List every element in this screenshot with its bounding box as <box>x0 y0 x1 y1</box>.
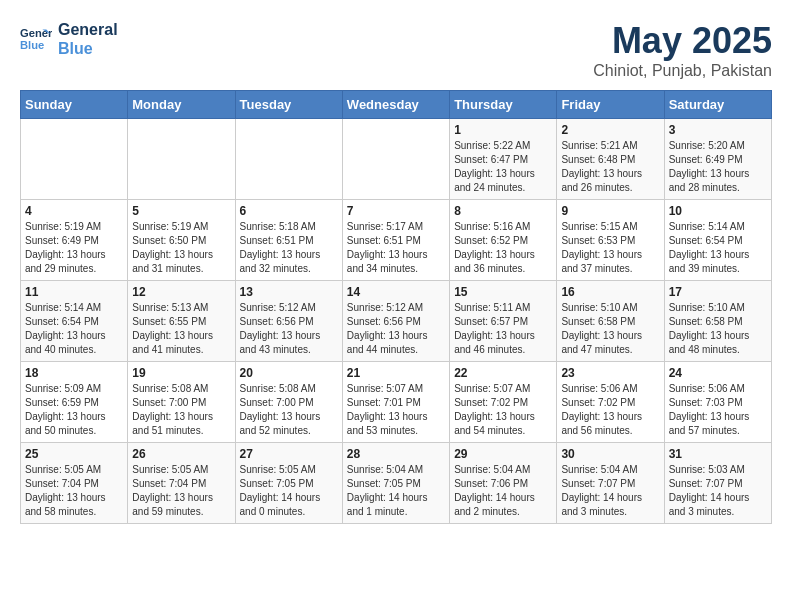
week-row-5: 25Sunrise: 5:05 AMSunset: 7:04 PMDayligh… <box>21 443 772 524</box>
title-block: May 2025 Chiniot, Punjab, Pakistan <box>593 20 772 80</box>
logo: General Blue General Blue <box>20 20 118 58</box>
day-info: Sunrise: 5:05 AMSunset: 7:04 PMDaylight:… <box>25 463 123 519</box>
week-row-1: 1Sunrise: 5:22 AMSunset: 6:47 PMDaylight… <box>21 119 772 200</box>
day-number: 22 <box>454 366 552 380</box>
day-number: 12 <box>132 285 230 299</box>
day-info: Sunrise: 5:10 AMSunset: 6:58 PMDaylight:… <box>669 301 767 357</box>
calendar-cell: 31Sunrise: 5:03 AMSunset: 7:07 PMDayligh… <box>664 443 771 524</box>
calendar-cell: 16Sunrise: 5:10 AMSunset: 6:58 PMDayligh… <box>557 281 664 362</box>
day-number: 13 <box>240 285 338 299</box>
column-header-saturday: Saturday <box>664 91 771 119</box>
logo-general: General <box>58 20 118 39</box>
day-info: Sunrise: 5:11 AMSunset: 6:57 PMDaylight:… <box>454 301 552 357</box>
day-number: 7 <box>347 204 445 218</box>
column-header-wednesday: Wednesday <box>342 91 449 119</box>
day-number: 11 <box>25 285 123 299</box>
day-number: 17 <box>669 285 767 299</box>
day-info: Sunrise: 5:09 AMSunset: 6:59 PMDaylight:… <box>25 382 123 438</box>
calendar-cell: 26Sunrise: 5:05 AMSunset: 7:04 PMDayligh… <box>128 443 235 524</box>
calendar-table: SundayMondayTuesdayWednesdayThursdayFrid… <box>20 90 772 524</box>
calendar-header-row: SundayMondayTuesdayWednesdayThursdayFrid… <box>21 91 772 119</box>
day-number: 31 <box>669 447 767 461</box>
calendar-cell: 18Sunrise: 5:09 AMSunset: 6:59 PMDayligh… <box>21 362 128 443</box>
day-info: Sunrise: 5:13 AMSunset: 6:55 PMDaylight:… <box>132 301 230 357</box>
day-number: 15 <box>454 285 552 299</box>
week-row-4: 18Sunrise: 5:09 AMSunset: 6:59 PMDayligh… <box>21 362 772 443</box>
day-number: 8 <box>454 204 552 218</box>
calendar-cell: 24Sunrise: 5:06 AMSunset: 7:03 PMDayligh… <box>664 362 771 443</box>
calendar-cell: 1Sunrise: 5:22 AMSunset: 6:47 PMDaylight… <box>450 119 557 200</box>
day-number: 24 <box>669 366 767 380</box>
svg-text:Blue: Blue <box>20 39 44 51</box>
week-row-3: 11Sunrise: 5:14 AMSunset: 6:54 PMDayligh… <box>21 281 772 362</box>
calendar-cell: 14Sunrise: 5:12 AMSunset: 6:56 PMDayligh… <box>342 281 449 362</box>
calendar-cell: 11Sunrise: 5:14 AMSunset: 6:54 PMDayligh… <box>21 281 128 362</box>
day-info: Sunrise: 5:14 AMSunset: 6:54 PMDaylight:… <box>25 301 123 357</box>
calendar-cell: 9Sunrise: 5:15 AMSunset: 6:53 PMDaylight… <box>557 200 664 281</box>
day-info: Sunrise: 5:15 AMSunset: 6:53 PMDaylight:… <box>561 220 659 276</box>
logo-blue: Blue <box>58 39 118 58</box>
day-info: Sunrise: 5:04 AMSunset: 7:05 PMDaylight:… <box>347 463 445 519</box>
day-info: Sunrise: 5:05 AMSunset: 7:04 PMDaylight:… <box>132 463 230 519</box>
day-number: 2 <box>561 123 659 137</box>
column-header-monday: Monday <box>128 91 235 119</box>
day-number: 9 <box>561 204 659 218</box>
day-number: 19 <box>132 366 230 380</box>
day-number: 14 <box>347 285 445 299</box>
day-info: Sunrise: 5:06 AMSunset: 7:02 PMDaylight:… <box>561 382 659 438</box>
day-number: 26 <box>132 447 230 461</box>
calendar-cell: 25Sunrise: 5:05 AMSunset: 7:04 PMDayligh… <box>21 443 128 524</box>
column-header-thursday: Thursday <box>450 91 557 119</box>
day-info: Sunrise: 5:10 AMSunset: 6:58 PMDaylight:… <box>561 301 659 357</box>
subtitle: Chiniot, Punjab, Pakistan <box>593 62 772 80</box>
svg-text:General: General <box>20 28 52 40</box>
calendar-cell <box>235 119 342 200</box>
day-info: Sunrise: 5:07 AMSunset: 7:01 PMDaylight:… <box>347 382 445 438</box>
day-info: Sunrise: 5:06 AMSunset: 7:03 PMDaylight:… <box>669 382 767 438</box>
calendar-cell: 3Sunrise: 5:20 AMSunset: 6:49 PMDaylight… <box>664 119 771 200</box>
calendar-cell: 20Sunrise: 5:08 AMSunset: 7:00 PMDayligh… <box>235 362 342 443</box>
calendar-cell: 23Sunrise: 5:06 AMSunset: 7:02 PMDayligh… <box>557 362 664 443</box>
day-info: Sunrise: 5:16 AMSunset: 6:52 PMDaylight:… <box>454 220 552 276</box>
day-info: Sunrise: 5:08 AMSunset: 7:00 PMDaylight:… <box>132 382 230 438</box>
day-info: Sunrise: 5:20 AMSunset: 6:49 PMDaylight:… <box>669 139 767 195</box>
calendar-cell: 12Sunrise: 5:13 AMSunset: 6:55 PMDayligh… <box>128 281 235 362</box>
day-info: Sunrise: 5:12 AMSunset: 6:56 PMDaylight:… <box>240 301 338 357</box>
day-number: 1 <box>454 123 552 137</box>
day-number: 28 <box>347 447 445 461</box>
day-number: 3 <box>669 123 767 137</box>
day-info: Sunrise: 5:08 AMSunset: 7:00 PMDaylight:… <box>240 382 338 438</box>
calendar-cell: 5Sunrise: 5:19 AMSunset: 6:50 PMDaylight… <box>128 200 235 281</box>
calendar-cell: 29Sunrise: 5:04 AMSunset: 7:06 PMDayligh… <box>450 443 557 524</box>
column-header-sunday: Sunday <box>21 91 128 119</box>
day-info: Sunrise: 5:17 AMSunset: 6:51 PMDaylight:… <box>347 220 445 276</box>
calendar-cell: 19Sunrise: 5:08 AMSunset: 7:00 PMDayligh… <box>128 362 235 443</box>
day-number: 4 <box>25 204 123 218</box>
day-number: 25 <box>25 447 123 461</box>
day-number: 6 <box>240 204 338 218</box>
calendar-cell: 28Sunrise: 5:04 AMSunset: 7:05 PMDayligh… <box>342 443 449 524</box>
day-number: 20 <box>240 366 338 380</box>
day-info: Sunrise: 5:04 AMSunset: 7:06 PMDaylight:… <box>454 463 552 519</box>
calendar-cell: 4Sunrise: 5:19 AMSunset: 6:49 PMDaylight… <box>21 200 128 281</box>
day-number: 27 <box>240 447 338 461</box>
calendar-cell: 22Sunrise: 5:07 AMSunset: 7:02 PMDayligh… <box>450 362 557 443</box>
day-info: Sunrise: 5:22 AMSunset: 6:47 PMDaylight:… <box>454 139 552 195</box>
calendar-cell: 13Sunrise: 5:12 AMSunset: 6:56 PMDayligh… <box>235 281 342 362</box>
day-info: Sunrise: 5:18 AMSunset: 6:51 PMDaylight:… <box>240 220 338 276</box>
main-title: May 2025 <box>593 20 772 62</box>
calendar-cell <box>21 119 128 200</box>
page-header: General Blue General Blue May 2025 Chini… <box>20 20 772 80</box>
week-row-2: 4Sunrise: 5:19 AMSunset: 6:49 PMDaylight… <box>21 200 772 281</box>
day-info: Sunrise: 5:19 AMSunset: 6:50 PMDaylight:… <box>132 220 230 276</box>
calendar-cell: 15Sunrise: 5:11 AMSunset: 6:57 PMDayligh… <box>450 281 557 362</box>
day-number: 10 <box>669 204 767 218</box>
day-number: 29 <box>454 447 552 461</box>
day-number: 5 <box>132 204 230 218</box>
calendar-cell: 30Sunrise: 5:04 AMSunset: 7:07 PMDayligh… <box>557 443 664 524</box>
logo-icon: General Blue <box>20 23 52 55</box>
column-header-friday: Friday <box>557 91 664 119</box>
day-info: Sunrise: 5:07 AMSunset: 7:02 PMDaylight:… <box>454 382 552 438</box>
day-number: 30 <box>561 447 659 461</box>
day-info: Sunrise: 5:12 AMSunset: 6:56 PMDaylight:… <box>347 301 445 357</box>
